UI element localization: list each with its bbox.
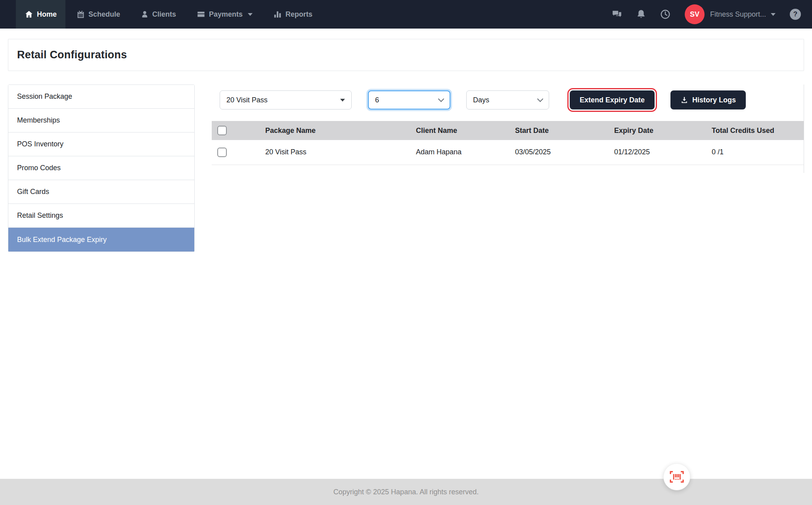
chat-icon[interactable] [612,9,622,19]
nav-right-cluster: SV Fitness Support... ? [612,0,812,29]
account-name: Fitness Support... [710,10,766,19]
history-logs-button[interactable]: History Logs [670,90,746,109]
chevron-down-icon [537,96,544,102]
unit-select-value: Days [473,96,489,104]
amount-select[interactable]: 6 [368,90,450,109]
sidebar-item-gift-cards[interactable]: Gift Cards [8,180,194,204]
packages-table: Package Name Client Name Start Date Expi… [212,121,804,165]
sidebar-item-session-package[interactable]: Session Package [8,85,194,109]
sidebar-item-memberships[interactable]: Memberships [8,109,194,132]
nav-item-label: Payments [209,10,243,19]
cell-total-credits: 0 /1 [708,140,804,165]
account-menu[interactable]: Fitness Support... [710,10,776,19]
controls-row: 20 Visit Pass 6 Days Extend Expiry Date [220,90,804,109]
nav-item-schedule[interactable]: Schedule [76,0,121,29]
amount-select-value: 6 [375,96,379,104]
page-title: Retail Configurations [17,49,127,61]
chevron-down-icon [771,13,776,16]
sidebar-item-retail-settings[interactable]: Retail Settings [8,204,194,228]
nav-item-label: Clients [152,10,176,19]
column-header-client-name: Client Name [412,121,511,140]
column-header-total-credits: Total Credits Used [708,121,804,140]
column-header-expiry-date: Expiry Date [611,121,708,140]
page-title-panel: Retail Configurations [8,39,804,71]
package-select-value: 20 Visit Pass [226,96,268,104]
barcode-scan-icon [669,470,684,483]
clock-icon[interactable] [660,9,670,19]
sidebar-item-pos-inventory[interactable]: POS Inventory [8,132,194,156]
table-row: 20 Visit Pass Adam Hapana 03/05/2025 01/… [212,140,804,165]
select-all-checkbox[interactable] [217,126,227,135]
person-icon [141,10,149,18]
nav-item-home[interactable]: Home [16,0,65,29]
barcode-scan-fab[interactable] [663,463,690,490]
download-icon [680,96,688,104]
chevron-down-icon [438,96,444,102]
nav-item-label: Home [37,10,57,19]
column-header-package-name: Package Name [262,121,412,140]
page-body: Retail Configurations Session Package Me… [0,29,812,479]
sidebar-item-bulk-extend-package-expiry[interactable]: Bulk Extend Package Expiry [8,228,194,252]
cell-client-name: Adam Hapana [412,140,511,165]
nav-item-clients[interactable]: Clients [140,0,177,29]
extend-expiry-date-button[interactable]: Extend Expiry Date [570,90,655,109]
nav-item-reports[interactable]: Reports [272,0,313,29]
unit-select[interactable]: Days [466,90,549,109]
caret-down-icon [340,99,345,102]
sidebar-item-promo-codes[interactable]: Promo Codes [8,156,194,180]
credit-card-icon [197,10,205,19]
cell-expiry-date: 01/12/2025 [611,140,708,165]
nav-item-label: Schedule [88,10,120,19]
bell-icon[interactable] [636,9,646,19]
bar-chart-icon [273,10,282,19]
column-header-start-date: Start Date [511,121,611,140]
top-nav: Home Schedule Clients Payments Reports [0,0,812,29]
cell-package-name: 20 Visit Pass [262,140,412,165]
retail-config-sidebar: Session Package Memberships POS Inventor… [8,84,195,252]
nav-item-label: Reports [285,10,312,19]
chevron-down-icon [248,13,253,16]
copyright-text: Copyright © 2025 Hapana. All rights rese… [333,488,479,496]
nav-item-payments[interactable]: Payments [196,0,253,29]
footer: Copyright © 2025 Hapana. All rights rese… [0,479,812,505]
help-icon[interactable]: ? [790,9,801,20]
cell-start-date: 03/05/2025 [511,140,611,165]
table-header-row: Package Name Client Name Start Date Expi… [212,121,804,140]
calendar-icon [77,10,85,19]
content-area: Session Package Memberships POS Inventor… [8,84,804,252]
package-select[interactable]: 20 Visit Pass [220,90,352,109]
history-logs-label: History Logs [692,96,736,104]
home-icon [25,10,33,19]
avatar[interactable]: SV [685,4,705,24]
row-checkbox[interactable] [217,148,227,157]
bulk-extend-main: 20 Visit Pass 6 Days Extend Expiry Date [212,84,804,173]
